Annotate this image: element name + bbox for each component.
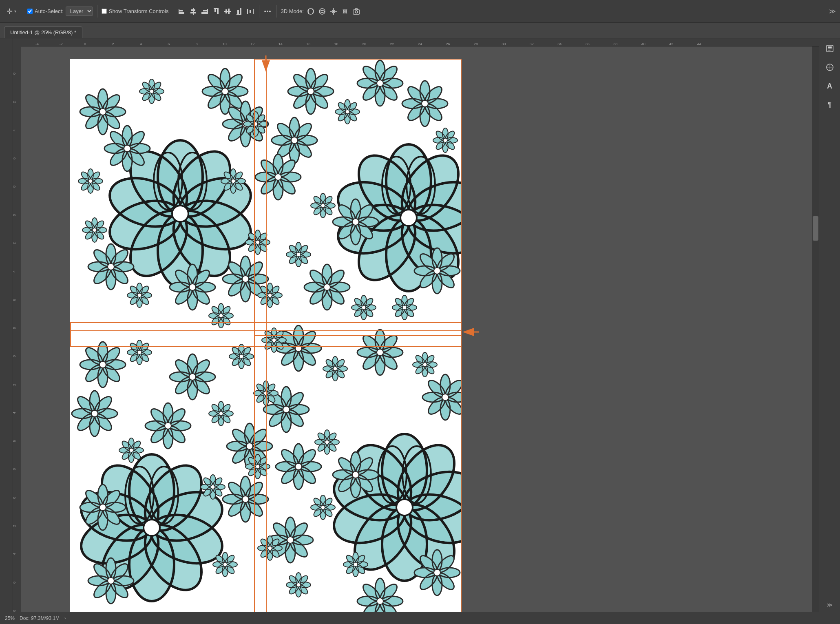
svg-rect-18 (247, 9, 248, 14)
paragraph-icon[interactable]: ¶ (823, 98, 837, 112)
3d-slide-icon[interactable] (340, 7, 349, 16)
type-tool-icon[interactable]: A (823, 79, 837, 93)
svg-rect-15 (237, 14, 241, 15)
svg-rect-19 (253, 9, 254, 14)
document-tab[interactable]: Untitled-1 @ 25% (RGB/8) * (4, 27, 82, 38)
auto-select-label: Auto-Select: (35, 8, 64, 14)
align-right-icon[interactable] (200, 7, 209, 16)
svg-rect-5 (190, 12, 196, 13)
align-center-h-icon[interactable] (189, 7, 198, 16)
svg-marker-104 (462, 328, 474, 336)
auto-select-dropdown[interactable]: Layer (66, 7, 93, 16)
guide-arrow-left (462, 327, 479, 339)
svg-rect-14 (228, 9, 230, 14)
svg-rect-17 (240, 8, 241, 14)
separator-1 (23, 5, 23, 18)
ruler-top: -4 -2 0 2 4 6 8 10 12 14 16 18 20 22 24 … (21, 38, 819, 46)
svg-rect-10 (214, 9, 216, 12)
svg-rect-8 (201, 12, 207, 14)
separator-3 (173, 5, 173, 18)
svg-rect-3 (193, 8, 194, 15)
status-arrow[interactable]: › (64, 616, 66, 620)
collapse-right-panel[interactable]: ≫ (827, 601, 833, 609)
canvas-document (70, 59, 462, 612)
auto-select-container: Auto-Select: Layer (27, 7, 93, 16)
more-options-icon[interactable]: ••• (263, 7, 272, 16)
3d-pan-icon[interactable] (329, 7, 338, 16)
scrollbar-thumb[interactable] (813, 216, 818, 241)
svg-rect-20 (250, 10, 251, 13)
svg-rect-0 (179, 9, 179, 14)
svg-rect-109 (828, 50, 831, 51)
ruler-left: 0 2 4 6 8 0 2 4 6 8 0 2 4 6 8 0 2 4 6 8 (13, 46, 21, 612)
main-toolbar: ✛ ▾ Auto-Select: Layer Show Transform Co… (0, 0, 840, 23)
move-icon: ✛ (7, 7, 13, 16)
collapse-panel-btn[interactable]: ≫ (829, 7, 836, 15)
adjustments-icon[interactable] (823, 60, 837, 74)
svg-rect-16 (237, 10, 239, 14)
type-a-label: A (827, 82, 832, 91)
move-tool[interactable]: ✛ ▾ (4, 5, 19, 18)
right-panel: A ¶ ≫ (819, 38, 840, 612)
separator-2 (97, 5, 97, 18)
document-title: Untitled-1 @ 25% (RGB/8) * (10, 29, 76, 35)
align-top-icon[interactable] (212, 7, 221, 16)
move-tool-dropdown[interactable]: ▾ (14, 9, 16, 13)
3d-rotate-icon[interactable] (306, 7, 315, 16)
main-area: -4 -2 0 2 4 6 8 10 12 14 16 18 20 22 24 … (0, 38, 840, 612)
3d-camera-icon[interactable] (352, 7, 361, 16)
more-dots: ••• (264, 8, 272, 15)
align-bottom-icon[interactable] (234, 7, 243, 16)
status-bar: 25% Doc: 97.3M/93.1M › (0, 612, 840, 624)
canvas-container[interactable]: -4 -2 0 2 4 6 8 10 12 14 16 18 20 22 24 … (13, 38, 819, 612)
svg-rect-12 (224, 11, 231, 12)
svg-rect-1 (179, 10, 183, 11)
svg-point-21 (319, 9, 325, 14)
3d-mode-label: 3D Mode: (281, 8, 304, 14)
svg-rect-9 (214, 8, 219, 9)
separator-4 (259, 5, 259, 18)
show-transform-checkbox[interactable] (102, 9, 107, 14)
svg-rect-107 (828, 46, 832, 48)
svg-rect-4 (191, 9, 195, 11)
left-toolbar (0, 38, 13, 612)
ruler-corner (13, 38, 21, 46)
zoom-level: 25% (5, 615, 15, 621)
document-tab-bar: Untitled-1 @ 25% (RGB/8) * (0, 23, 840, 38)
svg-rect-13 (225, 9, 227, 13)
svg-rect-11 (217, 9, 219, 14)
align-left-icon[interactable] (177, 7, 186, 16)
show-transform-label: Show Transform Controls (109, 8, 169, 14)
svg-rect-108 (828, 49, 832, 49)
svg-point-24 (355, 11, 358, 13)
svg-rect-2 (179, 12, 184, 14)
photoshop-canvas[interactable] (21, 46, 812, 612)
3d-orbit-icon[interactable] (318, 7, 327, 16)
paragraph-symbol: ¶ (828, 101, 832, 109)
separator-5 (276, 5, 277, 18)
properties-icon[interactable] (823, 42, 837, 55)
show-transform-container: Show Transform Controls (102, 8, 169, 14)
auto-select-checkbox[interactable] (27, 9, 33, 14)
doc-info: Doc: 97.3M/93.1M (20, 615, 60, 621)
scrollbar-vertical[interactable] (812, 46, 819, 612)
svg-rect-7 (203, 10, 207, 11)
align-center-v-icon[interactable] (223, 7, 232, 16)
distribute-icon[interactable] (246, 7, 255, 16)
svg-rect-6 (207, 9, 208, 14)
